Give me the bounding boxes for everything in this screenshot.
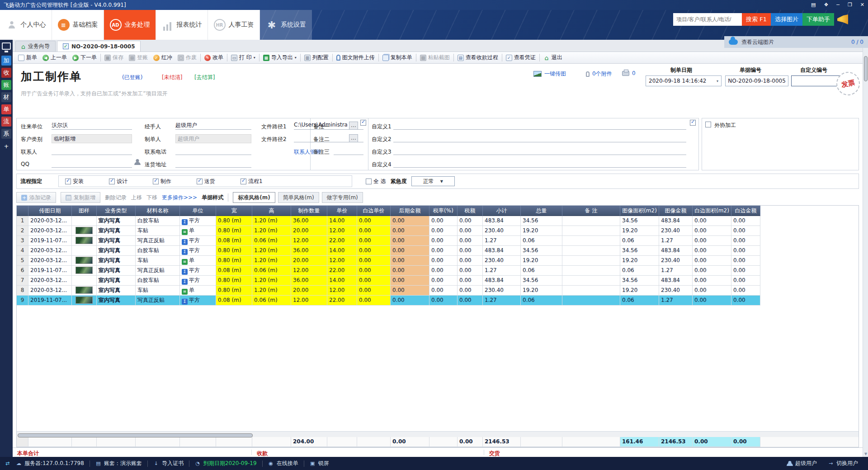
table-row[interactable]: 42020-03-12...室内写真白胶车贴Σ平方0.80 (m)1.20 (m… bbox=[17, 246, 859, 256]
table-row[interactable]: 72020-03-12...室内写真白胶车贴Σ平方0.80 (m)1.20 (m… bbox=[17, 276, 859, 286]
cell-iarea[interactable]: 0.06 bbox=[620, 296, 659, 306]
online-order-status[interactable]: ◉在线接单 bbox=[263, 457, 304, 470]
cell-w[interactable]: 0.80 (m) bbox=[216, 246, 252, 256]
cell-h[interactable]: 0.06 (m) bbox=[252, 266, 291, 276]
nav-tab-personal[interactable]: 个人中心 bbox=[0, 10, 52, 40]
cell-w[interactable]: 0.80 (m) bbox=[216, 216, 252, 226]
cell-unit[interactable]: Σ平方 bbox=[180, 276, 216, 286]
col-header-type[interactable]: 业务类型 bbox=[97, 206, 136, 216]
cell-post[interactable]: 0.00 bbox=[391, 226, 429, 236]
cell-earea[interactable]: 0.00 bbox=[693, 256, 731, 266]
cell-price[interactable]: 14.00 bbox=[327, 216, 357, 226]
cell-unit[interactable]: ≡单 bbox=[180, 286, 216, 296]
toolbar-impexp-button[interactable]: ▦导入导出▾ bbox=[260, 52, 299, 63]
cell-remark[interactable] bbox=[562, 216, 620, 226]
qq-contact-icon[interactable] bbox=[134, 159, 141, 165]
cell-date[interactable]: 2020-03-12... bbox=[28, 286, 72, 296]
copy-new-button[interactable]: ▤复制新增 bbox=[61, 192, 100, 203]
cell-h[interactable]: 1.20 (m) bbox=[252, 246, 291, 256]
cell-type[interactable]: 室内写真 bbox=[97, 216, 136, 226]
phone-input[interactable] bbox=[175, 147, 251, 155]
cell-unit[interactable]: ≡单 bbox=[180, 256, 216, 266]
cell-tax[interactable]: 0.00 bbox=[458, 236, 483, 246]
cell-material[interactable]: 写真正反贴 bbox=[136, 296, 180, 306]
cell-iarea[interactable]: 34.56 bbox=[620, 246, 659, 256]
settle-link[interactable]: [去结算] bbox=[194, 74, 215, 81]
style-tab-2[interactable]: 简单风格(m) bbox=[278, 192, 319, 203]
style-tab-3[interactable]: 做字专用(m) bbox=[322, 192, 363, 203]
cell-tot[interactable]: 19.20 bbox=[521, 256, 562, 266]
cell-date[interactable]: 2019-11-07... bbox=[28, 296, 72, 306]
server-status[interactable]: ☁服务器:127.0.0.1:7798 bbox=[10, 457, 90, 470]
custom2-input[interactable] bbox=[393, 134, 686, 142]
cell-post[interactable]: 0.00 bbox=[391, 296, 429, 306]
cell-img[interactable] bbox=[72, 256, 97, 266]
cell-material[interactable]: 白胶车贴 bbox=[136, 246, 180, 256]
cell-tax[interactable]: 0.00 bbox=[458, 226, 483, 236]
cell-no[interactable]: 5 bbox=[17, 256, 28, 266]
lock-screen-status[interactable]: ▣锁屏 bbox=[304, 457, 335, 470]
cell-iamt[interactable]: 1.27 bbox=[659, 266, 693, 276]
cell-iarea[interactable]: 0.06 bbox=[620, 236, 659, 246]
cell-date[interactable]: 2020-03-12... bbox=[28, 276, 72, 286]
customer_type-input[interactable]: 临时新增 bbox=[52, 134, 132, 143]
toolbar-next-button[interactable]: ▶下一单 bbox=[70, 52, 99, 63]
col-header-post[interactable]: 后期金额 bbox=[391, 206, 429, 216]
sidebar-item-2[interactable]: 收 bbox=[1, 68, 11, 78]
partner-input[interactable]: 沃尔沃 bbox=[52, 122, 132, 130]
cell-iamt[interactable]: 483.84 bbox=[659, 276, 693, 286]
cell-qty[interactable]: 36.00 bbox=[291, 216, 327, 226]
cell-remark[interactable] bbox=[562, 296, 620, 306]
table-row[interactable]: 82020-03-12...室内写真车贴≡单0.80 (m)1.20 (m)20… bbox=[17, 286, 859, 296]
cell-qty[interactable]: 20.00 bbox=[291, 226, 327, 236]
cell-material[interactable]: 车贴 bbox=[136, 226, 180, 236]
cell-h[interactable]: 1.20 (m) bbox=[252, 276, 291, 286]
cell-unit[interactable]: Σ平方 bbox=[180, 246, 216, 256]
minimize-icon[interactable]: ─ bbox=[836, 0, 840, 10]
cell-img[interactable] bbox=[72, 286, 97, 296]
notes-icon[interactable]: ▤ bbox=[811, 0, 816, 10]
col-header-earea[interactable]: 白边面积(m2) bbox=[693, 206, 731, 216]
col-header-eamt[interactable]: 白边金额 bbox=[731, 206, 760, 216]
cell-remark[interactable] bbox=[562, 256, 620, 266]
cell-rate[interactable]: 0.00 bbox=[429, 276, 458, 286]
remark1-input[interactable] bbox=[334, 122, 363, 130]
cell-type[interactable]: 室内写真 bbox=[97, 266, 136, 276]
cell-w[interactable]: 0.08 (m) bbox=[216, 266, 252, 276]
cell-img[interactable] bbox=[72, 236, 97, 246]
cell-no[interactable]: 2 bbox=[17, 226, 28, 236]
cell-edge_price[interactable]: 0.00 bbox=[357, 216, 391, 226]
cell-edge_price[interactable]: 0.00 bbox=[357, 276, 391, 286]
cell-no[interactable]: 3 bbox=[17, 236, 28, 246]
cell-img[interactable] bbox=[72, 246, 97, 256]
cell-tax[interactable]: 0.00 bbox=[458, 266, 483, 276]
cell-price[interactable]: 22.00 bbox=[327, 266, 357, 276]
flow-step-3[interactable]: 制作 bbox=[153, 178, 171, 185]
cell-h[interactable]: 0.06 (m) bbox=[252, 236, 291, 246]
flow-step-checkbox[interactable] bbox=[241, 179, 246, 184]
cell-date[interactable]: 2019-11-07... bbox=[28, 236, 72, 246]
cell-earea[interactable]: 0.00 bbox=[693, 246, 731, 256]
cell-material[interactable]: 白胶车贴 bbox=[136, 276, 180, 286]
cell-edge_price[interactable]: 0.00 bbox=[357, 236, 391, 246]
cell-rate[interactable]: 0.00 bbox=[429, 286, 458, 296]
toolbar-voucher-button[interactable]: ✓查看凭证 bbox=[503, 52, 538, 63]
col-header-h[interactable]: 高 bbox=[252, 206, 291, 216]
toolbar-clip-button[interactable]: 图文附件上传 bbox=[334, 52, 377, 63]
cell-rate[interactable]: 0.00 bbox=[429, 296, 458, 306]
cell-type[interactable]: 室内写真 bbox=[97, 246, 136, 256]
cell-post[interactable]: 0.00 bbox=[391, 266, 429, 276]
doc-no-field[interactable]: NO-2020-09-18-0005 bbox=[725, 75, 788, 86]
cell-w[interactable]: 0.80 (m) bbox=[216, 256, 252, 266]
cell-tax[interactable]: 0.00 bbox=[458, 296, 483, 306]
cell-rate[interactable]: 0.00 bbox=[429, 236, 458, 246]
nav-tab-archives[interactable]: ≡基础档案 bbox=[52, 10, 104, 40]
cell-img[interactable] bbox=[72, 296, 97, 306]
select-all-option[interactable]: 全 选 bbox=[366, 178, 386, 185]
cell-eamt[interactable]: 0.00 bbox=[731, 286, 760, 296]
toolbar-colcfg-button[interactable]: ▥列配置 bbox=[302, 52, 331, 63]
cell-type[interactable]: 室内写真 bbox=[97, 286, 136, 296]
remark3-input[interactable] bbox=[334, 147, 363, 155]
cell-material[interactable]: 车贴 bbox=[136, 256, 180, 266]
cell-material[interactable]: 写真正反贴 bbox=[136, 266, 180, 276]
